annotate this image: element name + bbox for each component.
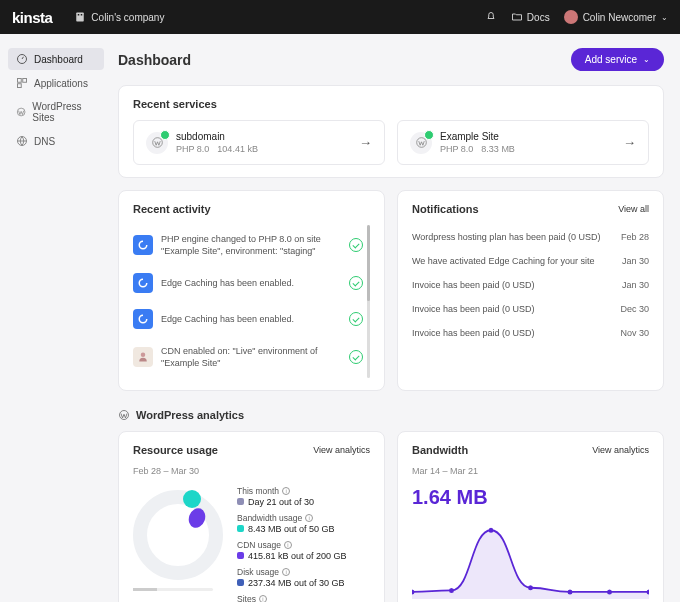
company-name: Colin's company [91, 12, 164, 23]
user-menu[interactable]: Colin Newcomer ⌄ [564, 10, 668, 24]
info-icon: i [282, 568, 290, 576]
usage-item: Bandwidth usage i8.43 MB out of 50 GB [237, 513, 370, 534]
notification-item[interactable]: Invoice has been paid (0 USD)Jan 30 [412, 273, 649, 297]
recent-services-title: Recent services [133, 98, 649, 110]
svg-point-16 [528, 585, 533, 590]
company-selector[interactable]: Colin's company [74, 11, 164, 23]
building-icon [74, 11, 86, 23]
person-icon [133, 347, 153, 367]
usage-item: This month iDay 21 out of 30 [237, 486, 370, 507]
main-content: Dashboard Add service ⌄ Recent services … [112, 34, 680, 602]
activity-item: PHP engine changed to PHP 8.0 on site "E… [133, 225, 363, 265]
activity-icon [133, 273, 153, 293]
check-icon [349, 276, 363, 290]
analytics-section-title: WordPress analytics [118, 409, 664, 421]
sites-bars [133, 599, 223, 602]
svg-point-15 [489, 527, 494, 532]
recent-activity-title: Recent activity [133, 203, 370, 215]
apps-icon [16, 77, 28, 89]
docs-link[interactable]: Docs [511, 11, 550, 23]
gauge-icon [16, 53, 28, 65]
service-name: Example Site [440, 131, 615, 142]
notification-item[interactable]: Invoice has been paid (0 USD)Dec 30 [412, 297, 649, 321]
svg-rect-5 [23, 79, 27, 83]
sidebar-item-applications[interactable]: Applications [8, 72, 104, 94]
notifications-title: Notifications [412, 203, 479, 215]
page-title: Dashboard [118, 52, 191, 68]
resource-usage-title: Resource usage [133, 444, 218, 456]
add-service-button[interactable]: Add service ⌄ [571, 48, 664, 71]
usage-item: Sites i2 out of 3 [237, 594, 370, 602]
activity-item: CDN enabled on: "Live" environment of "E… [133, 337, 363, 377]
donut-chart [133, 490, 223, 580]
check-icon [349, 238, 363, 252]
sidebar-item-dns[interactable]: DNS [8, 130, 104, 152]
bandwidth-chart [412, 519, 649, 599]
chevron-down-icon: ⌄ [643, 55, 650, 64]
date-range: Mar 14 – Mar 21 [412, 466, 649, 476]
svg-point-18 [607, 589, 612, 594]
activity-item: Edge Caching has been enabled. [133, 265, 363, 301]
bandwidth-total: 1.64 MB [412, 486, 649, 509]
service-card[interactable]: subdomain PHP 8.0104.41 kB → [133, 120, 385, 165]
bandwidth-title: Bandwidth [412, 444, 468, 456]
topbar: kinsta Colin's company Docs Colin Newcom… [0, 0, 680, 34]
usage-item: Disk usage i237.34 MB out of 30 GB [237, 567, 370, 588]
activity-icon [133, 235, 153, 255]
recent-services-card: Recent services subdomain PHP 8.0104.41 … [118, 85, 664, 178]
svg-rect-0 [77, 13, 85, 22]
info-icon: i [259, 595, 267, 602]
wordpress-icon [146, 132, 168, 154]
notifications-card: Notifications View all Wordpress hosting… [397, 190, 664, 391]
view-analytics-link[interactable]: View analytics [592, 445, 649, 455]
scrollbar[interactable] [367, 225, 370, 378]
notification-item[interactable]: Invoice has been paid (0 USD)Nov 30 [412, 321, 649, 345]
avatar [564, 10, 578, 24]
view-analytics-link[interactable]: View analytics [313, 445, 370, 455]
logo: kinsta [12, 9, 52, 26]
info-icon: i [282, 487, 290, 495]
svg-point-3 [18, 55, 27, 64]
recent-activity-card: Recent activity PHP engine changed to PH… [118, 190, 385, 391]
resource-usage-card: Resource usage View analytics Feb 28 – M… [118, 431, 385, 602]
wordpress-icon [118, 409, 130, 421]
info-icon: i [284, 541, 292, 549]
svg-rect-2 [81, 14, 83, 16]
check-icon [349, 350, 363, 364]
activity-icon [133, 309, 153, 329]
notification-item[interactable]: Wordpress hosting plan has been paid (0 … [412, 225, 649, 249]
bandwidth-card: Bandwidth View analytics Mar 14 – Mar 21… [397, 431, 664, 602]
wordpress-icon [16, 106, 26, 118]
chevron-down-icon: ⌄ [661, 13, 668, 22]
view-all-link[interactable]: View all [618, 204, 649, 214]
svg-rect-1 [78, 14, 80, 16]
notification-item[interactable]: We have activated Edge Caching for your … [412, 249, 649, 273]
svg-rect-6 [18, 84, 22, 88]
activity-item: Edge Caching has been enabled. [133, 301, 363, 337]
service-name: subdomain [176, 131, 351, 142]
sidebar-item-wordpress[interactable]: WordPress Sites [8, 96, 104, 128]
sidebar-item-dashboard[interactable]: Dashboard [8, 48, 104, 70]
dns-icon [16, 135, 28, 147]
date-range: Feb 28 – Mar 30 [133, 466, 370, 476]
service-card[interactable]: Example Site PHP 8.08.33 MB → [397, 120, 649, 165]
sidebar: Dashboard Applications WordPress Sites D… [0, 34, 112, 602]
bell-icon[interactable] [485, 11, 497, 23]
folder-icon [511, 11, 523, 23]
wordpress-icon [410, 132, 432, 154]
svg-point-17 [568, 589, 573, 594]
arrow-right-icon: → [623, 135, 636, 150]
svg-rect-4 [18, 79, 22, 83]
svg-point-14 [449, 587, 454, 592]
check-icon [349, 312, 363, 326]
info-icon: i [305, 514, 313, 522]
arrow-right-icon: → [359, 135, 372, 150]
svg-point-11 [141, 353, 146, 358]
usage-item: CDN usage i415.81 kB out of 200 GB [237, 540, 370, 561]
